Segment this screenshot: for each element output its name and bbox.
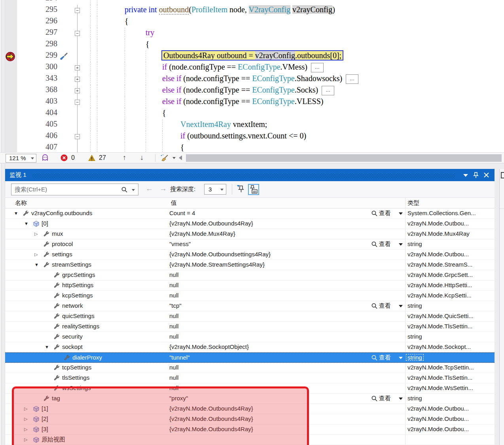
watch-name[interactable]: tlsSettings [62, 374, 89, 381]
watch-name[interactable]: [0] [42, 220, 48, 227]
collapse-arrow-icon[interactable]: ▼ [24, 221, 28, 226]
view-value-button[interactable]: 查看 [371, 240, 404, 249]
watch-name[interactable]: realitySettings [62, 323, 99, 329]
watch-name[interactable]: mux [52, 230, 63, 237]
watch-row-kcpSettings[interactable]: kcpSettingsnullv2rayN.Mode.KcpSetti... [5, 291, 495, 301]
watch-name[interactable]: v2rayConfig.outbounds [31, 210, 92, 216]
view-value-button[interactable]: 查看 [371, 209, 404, 218]
pin-window-icon[interactable] [471, 169, 481, 181]
watch-name[interactable]: tag [52, 395, 60, 401]
watch-row-settings[interactable]: ▷settings{v2rayN.Mode.Outboundsettings4R… [5, 250, 495, 260]
next-issue-icon[interactable]: ↓ [140, 153, 144, 162]
watch-value[interactable]: "tcp" [169, 302, 182, 309]
pin-names-icon[interactable]: ab [248, 184, 259, 195]
zoom-selector[interactable]: 121 % [6, 154, 36, 163]
chevron-down-icon[interactable] [132, 189, 135, 191]
watch-row-network[interactable]: network"tcp"查看string [5, 301, 495, 311]
filter-pin-icon[interactable] [236, 184, 247, 195]
watch-row-protocol[interactable]: protocol"vmess"查看string [5, 239, 495, 250]
hscroll-left-arrow-icon[interactable] [179, 155, 182, 160]
watch-value[interactable]: {v2rayN.Mode.Outbounds4Ray} [169, 426, 253, 432]
watch-value[interactable]: null [169, 333, 178, 340]
fold-expand-icon[interactable]: + [75, 77, 80, 82]
watch-row-wsSettings[interactable]: wsSettingsnullv2rayN.Mode.WsSettin... [5, 383, 495, 394]
watch-value[interactable]: null [169, 292, 178, 299]
watch-value[interactable]: {v2rayN.Mode.Outboundsettings4Ray} [169, 251, 271, 258]
code-health-icon[interactable] [41, 154, 49, 162]
watch-value[interactable]: null [169, 374, 178, 381]
watch-value[interactable]: null [169, 271, 178, 278]
code-line-403[interactable]: 403−else if (node.configType == EConfigT… [5, 97, 504, 108]
expand-arrow-icon[interactable]: ▷ [24, 406, 27, 411]
watch-row-streamSettings[interactable]: ▼streamSettings{v2rayN.Mode.StreamSettin… [5, 260, 495, 270]
watch-name[interactable]: quicSettings [62, 312, 95, 319]
watch-row-grpcSettings[interactable]: grpcSettingsnullv2rayN.Mode.GrpcSett... [5, 270, 495, 280]
watch-name[interactable]: wsSettings [62, 384, 91, 391]
collapsed-region-box[interactable]: ... [322, 86, 334, 95]
watch-name[interactable]: [2] [42, 415, 48, 422]
prev-issue-icon[interactable]: ↑ [123, 153, 126, 162]
watch-row-tcpSettings[interactable]: tcpSettingsnullv2rayN.Mode.TcpSettin... [5, 363, 495, 373]
column-header-type[interactable]: 类型 [407, 199, 419, 207]
watch-name[interactable]: settings [52, 251, 72, 258]
watch-row-原始视图[interactable]: ▷原始视图 [5, 435, 495, 445]
code-line-294[interactable]: 294 [5, 0, 504, 5]
watch-name[interactable]: sockopt [62, 343, 83, 350]
view-value-button[interactable]: 查看 [371, 394, 404, 403]
code-line-407[interactable]: 407{ [5, 142, 504, 152]
code-editor[interactable]: 294295−private int outbound(ProfileItem … [5, 0, 504, 152]
collapsed-region-box[interactable]: ... [346, 74, 358, 84]
collapse-arrow-icon[interactable]: ▼ [45, 345, 49, 349]
watch-row-realitySettings[interactable]: realitySettingsnullv2rayN.Mode.TlsSettin… [5, 322, 495, 332]
search-back-icon[interactable]: ← [146, 184, 153, 193]
search-depth-combo[interactable]: 3 [204, 184, 226, 195]
fold-collapse-icon[interactable]: − [75, 134, 80, 139]
watch-name[interactable]: kcpSettings [62, 292, 93, 299]
column-header-value[interactable]: 值 [171, 199, 177, 207]
code-line-298[interactable]: 298{ [5, 39, 504, 51]
watch-value[interactable]: null [169, 312, 178, 319]
collapse-arrow-icon[interactable]: ▼ [14, 211, 18, 216]
watch-value[interactable]: "tunnel" [169, 354, 190, 361]
view-value-button[interactable]: 查看 [371, 353, 404, 363]
watch-row-tlsSettings[interactable]: tlsSettingsnullv2rayN.Mode.TlsSettin... [5, 373, 495, 383]
watch-value[interactable]: {v2rayN.Mode.Outbounds4Ray} [169, 405, 253, 412]
watch-name[interactable]: grpcSettings [62, 271, 95, 278]
collapse-arrow-icon[interactable]: ▼ [34, 262, 39, 267]
watch-row-httpSettings[interactable]: httpSettingsnullv2rayN.Mode.HttpSetti... [5, 280, 495, 291]
window-menu-chevron-icon[interactable] [460, 169, 471, 181]
watch-row-security[interactable]: securitynullstring [5, 332, 495, 342]
watch-title-bar[interactable]: 监视 1 [5, 169, 495, 181]
watch-row-v2rayConfig.outbounds[interactable]: ▼v2rayConfig.outboundsCount = 4查看System.… [5, 208, 495, 219]
expand-arrow-icon[interactable]: ▷ [24, 417, 27, 422]
watch-value[interactable]: "vmess" [169, 240, 191, 247]
code-line-404[interactable]: 404{ [5, 108, 504, 119]
watch-value[interactable]: {v2rayN.Mode.Outbounds4Ray} [169, 220, 253, 227]
watch-name[interactable]: tcpSettings [62, 364, 91, 371]
code-line-405[interactable]: 405VnextItem4Ray vnextItem; [5, 119, 504, 131]
watch-name[interactable]: protocol [52, 240, 73, 247]
watch-row-[2][interactable]: ▷[2]{v2rayN.Mode.Outbounds4Ray}v2rayN.Mo… [5, 414, 495, 424]
watch-row-sockopt[interactable]: ▼sockopt{v2rayN.Mode.SockoptObject}v2ray… [5, 342, 495, 352]
warnings-icon[interactable] [88, 154, 96, 162]
code-line-368[interactable]: 368+else if (node.configType == EConfigT… [5, 85, 504, 97]
tracepoint-screwdriver-icon[interactable] [59, 52, 68, 61]
fold-expand-icon[interactable]: + [75, 88, 80, 93]
code-line-406[interactable]: 406−if (outbound.settings.vnext.Count <=… [5, 131, 504, 142]
current-statement-breakpoint-icon[interactable] [5, 51, 15, 62]
expand-arrow-icon[interactable]: ▷ [34, 231, 38, 237]
watch-row-[1][interactable]: ▷[1]{v2rayN.Mode.Outbounds4Ray}v2rayN.Mo… [5, 404, 495, 414]
fold-collapse-icon[interactable]: − [75, 8, 80, 13]
code-line-295[interactable]: 295−private int outbound(ProfileItem nod… [5, 5, 504, 16]
hscroll-thumb[interactable] [186, 154, 502, 162]
cleanup-chevron[interactable] [170, 154, 176, 163]
watch-row-[0][interactable]: ▼[0]{v2rayN.Mode.Outbounds4Ray}v2rayN.Mo… [5, 219, 495, 229]
expand-arrow-icon[interactable]: ▷ [24, 437, 27, 442]
search-input[interactable]: 搜索(Ctrl+E) [11, 184, 138, 195]
view-value-button[interactable]: 查看 [371, 301, 404, 311]
watch-value[interactable]: "proxy" [169, 395, 188, 401]
code-line-343[interactable]: 343+else if (node.configType == EConfigT… [5, 74, 504, 85]
watch-row-[3][interactable]: ▷[3]{v2rayN.Mode.Outbounds4Ray}v2rayN.Mo… [5, 424, 495, 435]
watch-row-tag[interactable]: tag"proxy"查看string [5, 394, 495, 404]
watch-value[interactable]: null [169, 323, 178, 329]
